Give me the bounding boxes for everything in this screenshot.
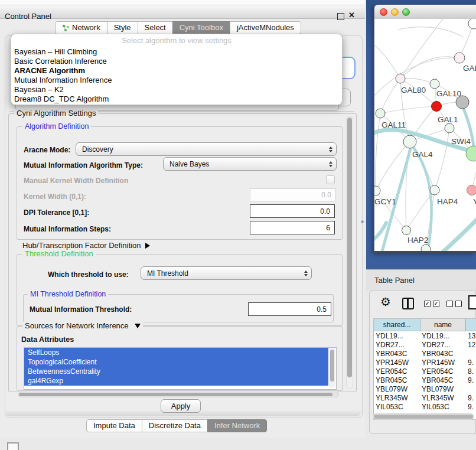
pane-split-handle[interactable]: ▸ (361, 218, 364, 224)
dropdown-item-highlighted[interactable]: ARACNE Algorithm (11, 66, 342, 76)
aracne-mode-label: Aracne Mode: (24, 146, 70, 154)
zoom-traffic-button[interactable] (402, 8, 410, 16)
close-icon[interactable]: ✕ (348, 11, 355, 19)
kernel-width-field[interactable]: 0.0 (250, 188, 336, 201)
tab-infer-network-label: Infer Network (214, 420, 260, 432)
tab-cyni-toolbox[interactable]: Cyni Toolbox (172, 21, 230, 34)
table-horizontal-scrollbar[interactable] (373, 413, 474, 420)
combo-stepper-icon (325, 146, 336, 152)
tab-cyni-toolbox-label: Cyni Toolbox (180, 22, 223, 34)
tab-discretize-data[interactable]: Discretize Data (142, 419, 208, 432)
data-attributes-listbox[interactable]: SelfLoops TopologicalCoefficient Between… (24, 347, 337, 390)
cell (468, 385, 476, 394)
table-row[interactable]: YLR345WYLR345W9. (374, 394, 476, 403)
mi-steps-field[interactable]: 6 (250, 221, 335, 234)
node-gal80[interactable] (396, 74, 405, 83)
node-bottom-partial[interactable] (421, 244, 431, 251)
dpi-tolerance-value: 0.0 (320, 207, 330, 216)
node-label: GAL4 (412, 150, 433, 159)
node-gal10[interactable] (430, 79, 439, 89)
hub-definition-disclosure[interactable]: Hub/Transcription Factor Definition (22, 241, 150, 250)
table-row[interactable]: YDR27...YDR27...12 (374, 341, 476, 350)
tab-network[interactable]: Network (55, 21, 107, 34)
node-gal1-selected[interactable] (432, 102, 442, 112)
tab-style[interactable]: Style (107, 21, 138, 34)
node-swi4[interactable] (445, 123, 454, 133)
apply-button-label: Apply (171, 402, 191, 410)
node-gal4[interactable] (403, 135, 416, 148)
dropdown-placeholder: Select algorithm to view settings (11, 36, 342, 45)
gear-icon[interactable]: ⚙ (380, 295, 391, 309)
node-gal11[interactable] (376, 109, 385, 118)
node-unlabeled[interactable] (468, 19, 476, 29)
dropdown-item[interactable]: Bayesian – Hill Climbing (11, 47, 342, 57)
tab-infer-network[interactable]: Infer Network (207, 419, 267, 432)
control-panel-title: Control Panel (5, 12, 51, 21)
cell: YPR145W (376, 358, 420, 367)
cell: YIL053C (376, 403, 420, 412)
node-gcy1[interactable] (374, 186, 380, 195)
mi-threshold-field[interactable]: 0.5 (248, 302, 331, 316)
aracne-mode-combobox[interactable]: Discovery (76, 142, 337, 156)
node-hap4[interactable] (430, 185, 439, 195)
show-columns-icon[interactable]: ✓✓ (424, 301, 439, 307)
list-item[interactable]: BetweennessCentrality (24, 367, 328, 376)
table-row[interactable]: YBL079WYBL079W (374, 385, 476, 394)
tab-jactivemnodules[interactable]: jActiveMNodules (230, 21, 301, 34)
column-header-name[interactable]: name (420, 319, 466, 331)
table-row[interactable]: YPR145WYPR145W9. (374, 358, 476, 367)
table-row[interactable]: YBR043CYBR043C (374, 350, 476, 358)
float-window-icon[interactable] (337, 13, 344, 20)
column-header-partial[interactable] (466, 319, 476, 331)
cell: 13 (468, 332, 476, 341)
dropdown-item[interactable]: Mutual Information Inference (11, 76, 342, 85)
table-hscroll-thumb[interactable] (374, 415, 473, 419)
export-table-icon[interactable] (468, 295, 476, 309)
node-table: shared... name YDL19...YDL19...13 YDR27.… (373, 318, 476, 420)
dpi-tolerance-label: DPI Tolerance [0,1]: (24, 208, 89, 217)
settings-horizontal-scrollbar[interactable] (18, 392, 339, 397)
node-pink[interactable] (467, 185, 476, 195)
dropdown-item[interactable]: Bayesian – K2 (11, 85, 342, 94)
table-row[interactable]: YBR045CYBR045C9. (374, 376, 476, 385)
list-item[interactable]: TopologicalCoefficient (24, 357, 328, 367)
cell: YBL079W (376, 385, 420, 394)
list-item[interactable]: SelfLoops (24, 348, 328, 357)
settings-vscroll-thumb[interactable] (347, 118, 352, 377)
column-header-shared-name[interactable]: shared... (374, 319, 420, 331)
network-tab-icon (62, 24, 70, 32)
dropdown-item[interactable]: Basic Correlation Inference (11, 57, 342, 66)
settings-vertical-scrollbar[interactable] (346, 116, 353, 389)
screen: Control Panel ✕ Network Style Select Cyn… (0, 0, 476, 450)
mi-type-combobox[interactable]: Naive Bayes (163, 157, 337, 171)
list-vertical-scrollbar[interactable] (329, 348, 335, 387)
list-vscroll-thumb[interactable] (330, 350, 334, 381)
mi-type-value: Naive Bayes (164, 160, 325, 168)
manual-kernel-checkbox[interactable] (326, 175, 335, 184)
settings-hscroll-thumb[interactable] (19, 393, 332, 396)
hide-columns-icon[interactable] (446, 301, 462, 307)
table-row[interactable]: YER054CYER054C8. (374, 367, 476, 376)
algorithm-dropdown[interactable]: Select algorithm to view settings Bayesi… (11, 34, 343, 105)
split-view-icon[interactable] (402, 298, 414, 309)
tab-select[interactable]: Select (138, 21, 173, 34)
tab-impute-data[interactable]: Impute Data (86, 419, 142, 432)
dpi-tolerance-field[interactable]: 0.0 (250, 204, 335, 218)
sources-disclosure[interactable]: Sources for Network Inference (22, 322, 143, 330)
expanded-arrow-icon (135, 324, 141, 328)
minimize-traffic-button[interactable] (391, 8, 399, 16)
cell: YER054C (422, 367, 465, 376)
node-gal-partial[interactable] (454, 53, 465, 63)
table-row[interactable]: YDL19...YDL19...13 (374, 332, 476, 341)
table-row[interactable]: YIL053CYIL053C9. (374, 403, 476, 412)
which-threshold-combobox[interactable]: MI Threshold (141, 266, 312, 280)
dropdown-item[interactable]: Dream8 DC_TDC Algorithm (11, 94, 342, 104)
mini-float-icon[interactable] (7, 442, 19, 450)
node-label: GAL10 (436, 89, 461, 98)
apply-button[interactable]: Apply (161, 399, 201, 413)
node-hap2[interactable] (402, 226, 411, 235)
close-traffic-button[interactable] (380, 8, 387, 16)
list-item[interactable]: gal4RGexp (24, 376, 328, 386)
network-canvas[interactable]: GAL80 GAL10 GAL1 GAL11 SWI4 GAL4 GCY1 HA… (374, 19, 476, 251)
cell: 9. (468, 403, 476, 412)
